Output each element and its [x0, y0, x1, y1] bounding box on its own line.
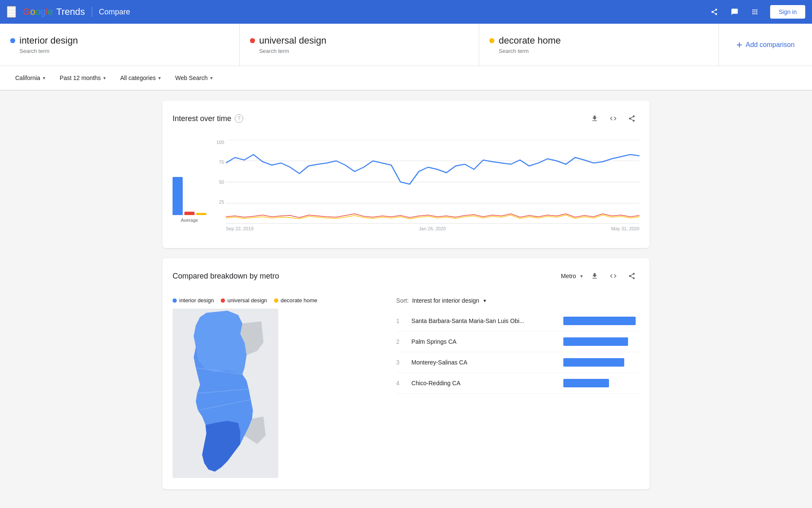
filters-bar: California ▼ Past 12 months ▼ All catego… [0, 66, 812, 91]
term-name-universal: universal design [259, 35, 326, 46]
x-label-sep: Sep 22, 2019 [226, 226, 253, 231]
search-type-filter-label: Web Search [175, 75, 208, 81]
time-chevron-icon: ▼ [102, 76, 107, 80]
sort-select-dropdown[interactable]: Interest for interior design ▼ [412, 297, 487, 304]
y-label-0: 0 [213, 219, 224, 224]
avg-bar-interior [173, 177, 183, 215]
avg-bar-decorate [196, 213, 206, 215]
y-label-100: 100 [213, 140, 224, 145]
avg-bars-col: Average [173, 140, 206, 231]
map-legend: interior design universal design decorat… [173, 297, 383, 304]
term-name-decorate: decorate home [499, 35, 561, 46]
breakdown-card: Compared breakdown by metro Metro ▼ [162, 258, 650, 489]
line-chart-svg [226, 140, 639, 224]
x-label-may: May 31, 2020 [611, 226, 639, 231]
embed-interest-button[interactable] [606, 111, 621, 126]
metro-select[interactable]: Metro ▼ [561, 273, 584, 279]
sign-in-button[interactable]: Sign in [770, 5, 805, 19]
page-title: Compare [99, 8, 130, 17]
metro-chevron-icon: ▼ [579, 274, 584, 279]
term-type-universal: Search term [250, 48, 469, 54]
rank-name-2: Palm Springs CA [411, 338, 557, 345]
breakdown-card-header: Compared breakdown by metro Metro ▼ [173, 268, 639, 284]
time-filter-label: Past 12 months [60, 75, 101, 81]
breakdown-card-title: Compared breakdown by metro [173, 272, 279, 281]
search-term-decorate-home[interactable]: decorate home Search term [479, 24, 719, 66]
california-map [173, 309, 291, 479]
y-label-75: 75 [213, 160, 224, 165]
add-comparison-button[interactable]: + Add comparison [719, 24, 812, 66]
chart-container: Average 100 75 50 25 0 [173, 133, 639, 238]
legend-dot-interior [173, 298, 177, 303]
term-dot-interior [10, 38, 15, 43]
categories-chevron-icon: ▼ [157, 76, 162, 80]
download-breakdown-button[interactable] [587, 268, 602, 284]
region-chevron-icon: ▼ [42, 76, 46, 80]
breakdown-content: interior design universal design decorat… [173, 290, 639, 479]
legend-label-interior: interior design [179, 297, 214, 304]
breakdown-card-actions: Metro ▼ [561, 268, 639, 284]
sort-label: Sort: [396, 297, 409, 304]
line-chart-area: 100 75 50 25 0 [213, 140, 639, 224]
share-interest-button[interactable] [624, 111, 639, 126]
apps-icon[interactable] [746, 3, 763, 20]
breakdown-title-row: Compared breakdown by metro [173, 272, 279, 281]
rank-num-3: 3 [396, 359, 405, 366]
search-term-interior-design[interactable]: interior design Search term [0, 24, 240, 66]
share-icon[interactable] [706, 3, 723, 20]
download-interest-button[interactable] [587, 111, 602, 126]
rank-bar-1 [563, 317, 636, 325]
search-type-chevron-icon: ▼ [209, 76, 214, 80]
legend-label-decorate: decorate home [281, 297, 318, 304]
term-type-decorate: Search term [489, 48, 708, 54]
categories-filter-label: All categories [120, 75, 156, 81]
google-wordmark: Google [23, 6, 53, 17]
rank-bar-container-4 [563, 379, 639, 387]
interest-card-title: Interest over time [173, 114, 231, 123]
y-label-50: 50 [213, 179, 224, 185]
region-filter[interactable]: California ▼ [10, 71, 51, 85]
legend-decorate: decorate home [274, 297, 318, 304]
y-axis-labels: 100 75 50 25 0 [213, 140, 226, 224]
main-content: Interest over time ? [152, 91, 660, 508]
notifications-icon[interactable] [726, 3, 743, 20]
trends-wordmark: Trends [56, 6, 85, 17]
rank-name-1: Santa Barbara-Santa Maria-San Luis Obi..… [411, 318, 557, 324]
embed-breakdown-button[interactable] [606, 268, 621, 284]
ranking-item-4: 4 Chico-Redding CA [396, 373, 639, 394]
help-icon[interactable]: ? [235, 114, 243, 123]
rank-num-4: 4 [396, 380, 405, 387]
rank-name-3: Monterey-Salinas CA [411, 359, 557, 366]
header-actions: Sign in [706, 3, 805, 20]
categories-filter[interactable]: All categories ▼ [115, 71, 167, 85]
rank-num-2: 2 [396, 338, 405, 345]
rank-bar-container-2 [563, 337, 639, 346]
rank-bar-4 [563, 379, 609, 387]
y-label-25: 25 [213, 199, 224, 204]
search-term-universal-design[interactable]: universal design Search term [240, 24, 480, 66]
menu-icon[interactable]: ☰ [7, 6, 16, 18]
time-filter[interactable]: Past 12 months ▼ [55, 71, 112, 85]
map-side: interior design universal design decorat… [173, 297, 383, 479]
rank-bar-container-3 [563, 358, 639, 367]
avg-label: Average [181, 218, 198, 223]
rank-bar-3 [563, 358, 624, 367]
add-comparison-label: Add comparison [746, 41, 795, 49]
rank-num-1: 1 [396, 318, 405, 324]
interest-over-time-card: Interest over time ? [162, 101, 650, 248]
share-breakdown-button[interactable] [624, 268, 639, 284]
line-chart-wrapper: 100 75 50 25 0 [213, 140, 639, 231]
sort-select-value: Interest for interior design [412, 297, 479, 304]
interest-card-header: Interest over time ? [173, 111, 639, 126]
ranking-item-1: 1 Santa Barbara-Santa Maria-San Luis Obi… [396, 311, 639, 331]
header-divider [92, 7, 92, 17]
region-filter-label: California [15, 75, 40, 81]
term-dot-universal [250, 38, 255, 43]
card-title-row: Interest over time ? [173, 114, 243, 123]
legend-dot-universal [221, 298, 225, 303]
metro-select-label: Metro [561, 273, 576, 279]
x-label-jan: Jan 26, 2020 [419, 226, 446, 231]
term-name-interior: interior design [19, 35, 78, 46]
legend-label-universal: universal design [228, 297, 267, 304]
search-type-filter[interactable]: Web Search ▼ [170, 71, 219, 85]
